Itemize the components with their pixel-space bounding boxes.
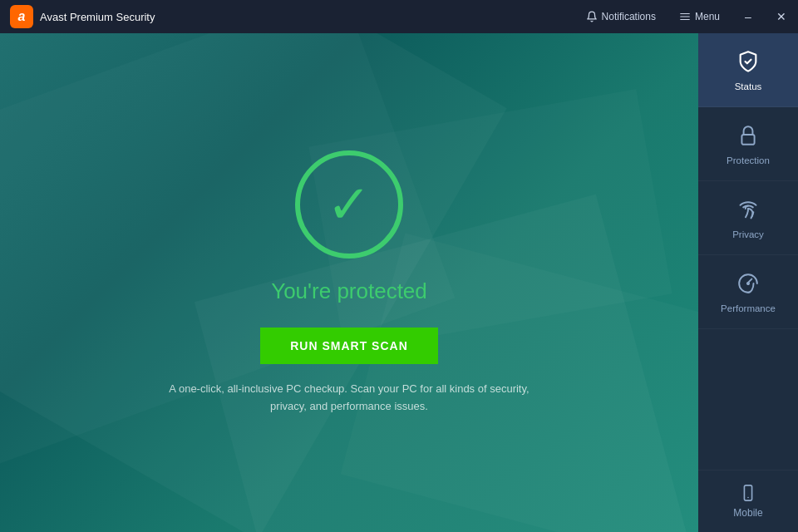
sidebar-mobile-label: Mobile [733,507,762,519]
minimize-button[interactable]: – [732,0,765,33]
protected-status-icon: ✓ [295,150,403,259]
sidebar-item-mobile[interactable]: Mobile [698,470,798,532]
titlebar-right: Notifications Menu – ✕ [574,0,798,33]
sidebar-item-protection[interactable]: Protection [698,107,798,181]
checkmark-icon: ✓ [327,178,372,231]
run-smart-scan-button[interactable]: RUN SMART SCAN [260,328,438,364]
speedometer-icon [737,273,759,294]
svg-line-5 [748,279,751,283]
svg-rect-6 [744,485,751,500]
mobile-icon [739,484,757,502]
lock-icon [737,125,759,146]
notifications-label: Notifications [602,11,656,22]
main-layout: ✓ You're protected RUN SMART SCAN A one-… [0,33,798,532]
sidebar-privacy-label: Privacy [732,229,764,239]
sidebar-protection-label: Protection [727,155,770,165]
sidebar-spacer [698,329,798,470]
menu-label: Menu [695,11,720,22]
sidebar-item-status[interactable]: Status [698,33,798,107]
svg-rect-3 [741,135,754,145]
close-icon: ✕ [776,10,786,23]
titlebar: a Avast Premium Security Notifications M… [0,0,798,33]
minimize-icon: – [745,10,751,23]
sidebar-item-privacy[interactable]: Privacy [698,181,798,255]
status-icon-wrap [735,48,761,75]
main-content: ✓ You're protected RUN SMART SCAN A one-… [0,33,698,532]
sidebar-status-label: Status [735,81,762,91]
bell-icon [586,11,598,22]
close-button[interactable]: ✕ [765,0,798,33]
logo-area: a Avast Premium Security [10,5,155,28]
protection-icon-wrap [735,122,761,149]
bg-decoration-1 [0,33,455,497]
fingerprint-icon [737,199,759,220]
menu-icon [679,11,691,22]
sidebar: Status Protection [698,33,798,532]
avast-logo: a [10,5,33,28]
app-title: Avast Premium Security [40,11,155,23]
menu-button[interactable]: Menu [667,0,732,33]
shield-icon [736,50,760,73]
protected-status-text: You're protected [271,278,427,304]
sidebar-item-performance[interactable]: Performance [698,255,798,329]
privacy-icon-wrap [735,196,761,223]
scan-description-text: A one-click, all-inclusive PC checkup. S… [158,381,540,416]
performance-icon-wrap [735,270,761,297]
sidebar-performance-label: Performance [721,303,776,313]
notifications-button[interactable]: Notifications [574,0,667,33]
